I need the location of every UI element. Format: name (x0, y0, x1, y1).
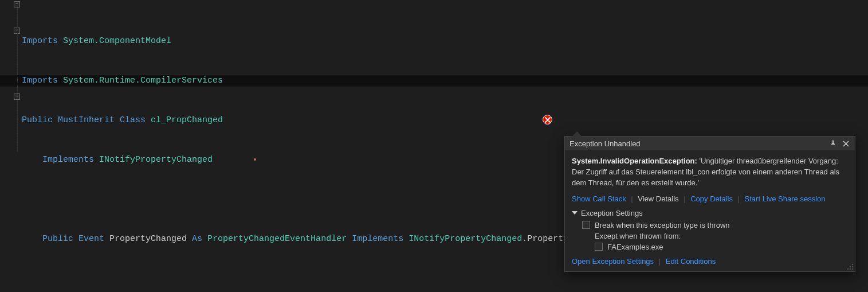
edit-conditions-link[interactable]: Edit Conditions (666, 257, 716, 266)
separator: | (631, 194, 633, 203)
exception-settings-label: Exception Settings (581, 209, 643, 217)
action-links: Show Call Stack | View Details | Copy De… (572, 194, 848, 203)
chevron-down-icon (572, 211, 578, 215)
module-checkbox[interactable] (595, 243, 603, 251)
type: System.Runtime.CompilerServices (63, 76, 223, 85)
keyword: Event (78, 234, 109, 244)
svg-point-5 (847, 268, 849, 270)
show-call-stack-link[interactable]: Show Call Stack (572, 194, 626, 203)
keyword: Implements (352, 234, 409, 244)
svg-point-0 (852, 264, 853, 265)
keyword: Public (22, 115, 58, 125)
type: cl_PropChanged (151, 115, 223, 125)
type: INotifyPropertyChanged (99, 155, 213, 165)
break-when-thrown-checkbox[interactable] (582, 221, 590, 229)
type: System.ComponentModel (63, 36, 171, 46)
start-live-share-link[interactable]: Start Live Share session (745, 194, 826, 203)
svg-point-2 (850, 266, 851, 267)
close-icon[interactable] (841, 139, 850, 148)
exception-popup: Exception Unhandled System.InvalidOperat… (564, 136, 855, 272)
identifier: PropertyChanged (109, 234, 192, 244)
svg-point-3 (852, 268, 853, 270)
popup-titlebar[interactable]: Exception Unhandled (565, 137, 855, 150)
type: PropertyChangedEventHandler (207, 234, 352, 244)
outline-guide (17, 7, 18, 29)
copy-details-link[interactable]: Copy Details (690, 194, 733, 203)
code-area[interactable]: Imports System.ComponentModel Imports Sy… (22, 8, 630, 292)
keyword: Class (120, 115, 151, 125)
keyword: Implements (42, 155, 99, 165)
module-name: FAExamples.exe (607, 243, 663, 251)
exception-message: System.InvalidOperationException: 'Ungül… (572, 156, 848, 189)
svg-point-1 (852, 266, 853, 267)
type: INotifyPropertyChanged (409, 234, 522, 244)
keyword: Imports (22, 76, 63, 85)
keyword: MustInherit (58, 115, 120, 125)
resize-grip[interactable] (847, 263, 854, 270)
exception-type: System.InvalidOperationException: (572, 157, 697, 165)
separator: | (684, 194, 685, 203)
separator: | (738, 194, 740, 203)
view-details-label[interactable]: View Details (638, 194, 678, 203)
break-when-thrown-label: Break when this exception type is thrown (595, 221, 730, 229)
keyword: Imports (22, 36, 63, 46)
punct: . (522, 234, 527, 244)
outline-guide (17, 33, 18, 152)
keyword: As (192, 234, 207, 244)
open-exception-settings-link[interactable]: Open Exception Settings (572, 257, 654, 266)
svg-point-4 (850, 268, 851, 270)
exception-settings-toggle[interactable]: Exception Settings (572, 209, 848, 217)
code-editor[interactable]: − − − Imports System.ComponentModel Impo… (0, 0, 868, 292)
pin-icon[interactable] (828, 139, 838, 148)
keyword: Public (42, 234, 78, 244)
fold-toggle[interactable]: − (14, 1, 20, 7)
error-icon[interactable] (543, 115, 552, 124)
popup-title-text: Exception Unhandled (569, 139, 641, 148)
separator: | (659, 257, 661, 266)
except-when-label: Except when thrown from: (595, 231, 848, 242)
